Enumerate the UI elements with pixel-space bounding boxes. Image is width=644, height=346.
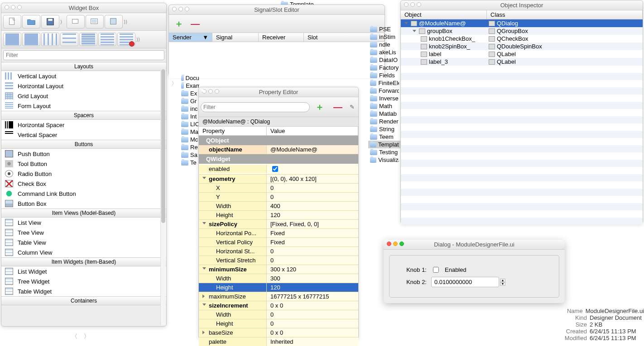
folder-item[interactable]: inc <box>179 105 201 113</box>
spin-down-button[interactable]: ▼ <box>500 282 505 286</box>
prop-hstretch[interactable]: Horizontal St...0 <box>199 247 358 256</box>
toolbar-chevron[interactable]: ⟩⟩ <box>124 15 129 28</box>
widgetbox-filter[interactable] <box>3 50 164 60</box>
col-property[interactable]: Property <box>199 127 267 135</box>
item-check-box[interactable]: Check Box <box>1 179 166 189</box>
prop-geometry[interactable]: geometry[(0, 0), 400 x 120] <box>199 175 358 184</box>
folder-item[interactable]: Inverse <box>368 95 401 102</box>
prop-maxsize[interactable]: maximumSize16777215 x 16777215 <box>199 292 358 301</box>
item-horizontal-spacer[interactable]: Horizontal Spacer <box>1 120 166 130</box>
folder-item[interactable]: Visualiza <box>368 156 401 164</box>
item-button-box[interactable]: Button Box <box>1 199 166 209</box>
item-vertical-layout[interactable]: Vertical Layout <box>1 71 166 81</box>
add-connection-button[interactable]: ＋ <box>171 16 187 32</box>
col-class[interactable]: Class <box>487 10 643 19</box>
layout-vsplit-button[interactable] <box>22 33 40 46</box>
remove-property-button[interactable]: — <box>330 100 346 114</box>
folder-item[interactable]: Math <box>368 102 401 110</box>
folder-item[interactable]: Render <box>368 118 401 125</box>
layout-hbox-button[interactable] <box>41 33 59 46</box>
toolbar-chevron-2[interactable]: ⟩⟩ <box>136 33 142 46</box>
oi-row[interactable]: groupBoxQGroupBox <box>401 27 643 35</box>
expand-icon[interactable] <box>413 30 416 32</box>
expand-icon[interactable] <box>404 22 408 24</box>
section-buttons[interactable]: Buttons <box>1 140 166 149</box>
oi-row[interactable]: label_3QLabel <box>401 58 643 66</box>
item-column-view[interactable]: Column View <box>1 247 166 257</box>
prop-sizepolicy[interactable]: sizePolicy[Fixed, Fixed, 0, 0] <box>199 220 358 229</box>
item-tool-button[interactable]: Tool Button <box>1 159 166 169</box>
chevron-left-icon[interactable]: 〈 <box>72 332 77 341</box>
layout-vbox-button[interactable] <box>60 33 78 46</box>
prop-objectname[interactable]: objectName@ModuleName@ <box>199 145 358 154</box>
folder-item[interactable]: String <box>368 125 401 133</box>
prop-si-width[interactable]: Width0 <box>199 310 358 319</box>
section-layouts[interactable]: Layouts <box>1 62 166 71</box>
prop-min-width[interactable]: Width300 <box>199 274 358 283</box>
edit-signals-button[interactable] <box>86 15 104 28</box>
folder-item[interactable]: ndle <box>368 41 401 48</box>
window-controls[interactable] <box>387 242 404 246</box>
folder-item[interactable]: Mc <box>179 136 201 143</box>
prop-palette[interactable]: paletteInherited <box>199 337 358 346</box>
prop-x[interactable]: X0 <box>199 184 358 193</box>
prop-min-height[interactable]: Height120 <box>199 283 358 292</box>
window-controls[interactable] <box>172 7 189 11</box>
layout-form-button[interactable] <box>98 33 116 46</box>
property-filter[interactable] <box>201 102 310 112</box>
col-value[interactable]: Value <box>267 127 358 135</box>
folder-item[interactable]: inStim <box>368 33 401 41</box>
folder-item[interactable]: ExampleNets <box>179 82 201 90</box>
folder-item[interactable]: PSE <box>368 25 401 33</box>
folder-item[interactable]: akeLis <box>368 48 401 56</box>
folder-item[interactable]: Forward <box>368 87 401 95</box>
prop-si-height[interactable]: Height0 <box>199 319 358 328</box>
folder-item[interactable]: Int <box>179 113 201 120</box>
folder-item[interactable]: Fields <box>368 71 401 79</box>
prop-enabled[interactable]: enabled <box>199 164 358 175</box>
break-layout-button[interactable] <box>117 33 135 46</box>
new-file-button[interactable] <box>3 15 21 28</box>
section-item-views[interactable]: Item Views (Model-Based) <box>1 209 166 218</box>
prop-sizeinc[interactable]: sizeIncrement0 x 0 <box>199 301 358 310</box>
prop-basesize[interactable]: baseSize0 x 0 <box>199 328 358 337</box>
prop-width[interactable]: Width400 <box>199 202 358 211</box>
oi-row[interactable]: knob1CheckBox_QCheckBox <box>401 35 643 43</box>
remove-connection-button[interactable]: — <box>187 17 203 31</box>
layout-hsplit-button[interactable] <box>3 33 21 46</box>
folder-item[interactable]: Ex <box>179 90 201 97</box>
folder-item[interactable]: Te <box>179 159 201 166</box>
spin-up-button[interactable]: ▲ <box>500 279 505 282</box>
nav-chevrons[interactable]: 〈〉 <box>72 332 90 341</box>
item-vertical-spacer[interactable]: Vertical Spacer <box>1 130 166 140</box>
oi-row[interactable]: labelQLabel <box>401 50 643 58</box>
save-button[interactable] <box>41 15 59 28</box>
edit-buddies-button[interactable] <box>105 15 123 28</box>
section-item-widgets[interactable]: Item Widgets (Item-Based) <box>1 257 166 266</box>
folder-item[interactable]: LIC <box>179 120 201 128</box>
item-table-view[interactable]: Table View <box>1 237 166 247</box>
col-object[interactable]: Object <box>401 10 487 19</box>
knob2-spinbox[interactable] <box>431 277 499 287</box>
item-list-view[interactable]: List View <box>1 218 166 228</box>
item-table-widget[interactable]: Table Widget <box>1 286 166 296</box>
folder-item[interactable]: Testing <box>368 148 401 156</box>
folder-item[interactable]: Sa <box>179 151 201 159</box>
knob1-checkbox[interactable] <box>433 267 439 273</box>
item-form-layout[interactable]: Form Layout <box>1 101 166 111</box>
folder-item[interactable]: Documentation <box>179 74 201 82</box>
item-grid-layout[interactable]: Grid Layout <box>1 91 166 101</box>
item-radio-button[interactable]: Radio Button <box>1 169 166 179</box>
open-file-button[interactable] <box>22 15 40 28</box>
folder-item[interactable]: Matlab <box>368 110 401 118</box>
group-qobject[interactable]: QObject <box>199 136 358 145</box>
group-qwidget[interactable]: QWidget <box>199 154 358 164</box>
window-controls[interactable] <box>5 5 22 9</box>
folder-item[interactable]: DataIO <box>368 56 401 64</box>
signal-slot-body[interactable] <box>169 42 384 78</box>
oi-row[interactable]: @ModuleName@QDialog <box>401 19 643 27</box>
col-signal[interactable]: Signal <box>212 33 259 42</box>
folder-item[interactable]: Template <box>368 141 401 148</box>
folder-item[interactable]: Ma <box>179 128 201 136</box>
col-receiver[interactable]: Receiver <box>259 33 304 42</box>
